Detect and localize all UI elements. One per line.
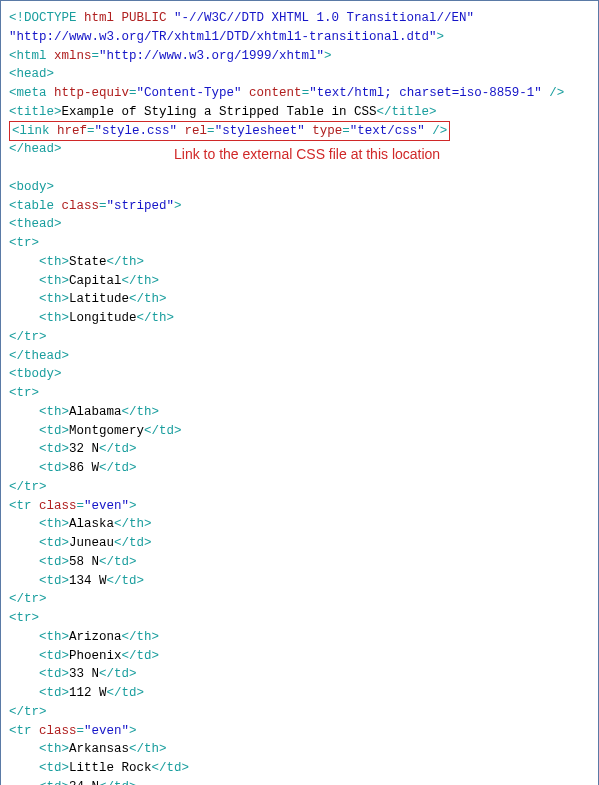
- highlighted-link-tag: <link href="style.css" rel="stylesheet" …: [9, 121, 450, 142]
- code-block: <!DOCTYPE html PUBLIC "-//W3C//DTD XHTML…: [9, 9, 590, 785]
- annotation-text: Link to the external CSS file at this lo…: [174, 144, 440, 165]
